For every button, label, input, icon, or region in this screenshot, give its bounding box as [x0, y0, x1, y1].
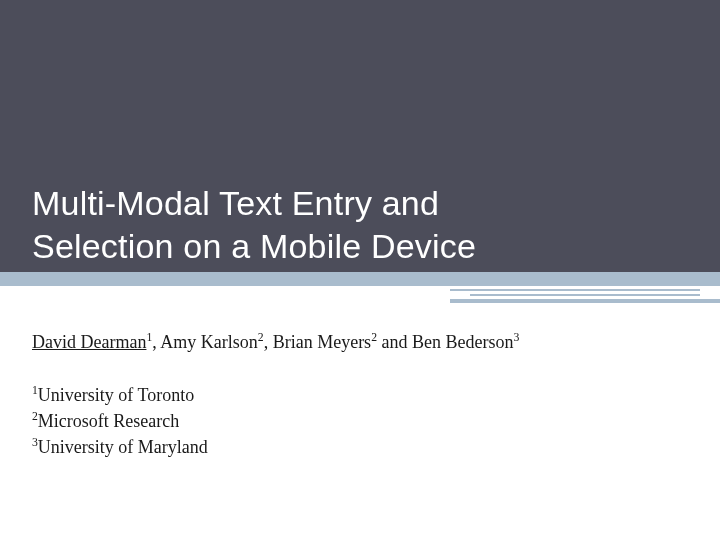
slide: Multi-Modal Text Entry and Selection on …: [0, 0, 720, 540]
author: Ben Bederson: [412, 332, 513, 352]
author-sup: 3: [513, 331, 519, 344]
accent-lines: [420, 286, 720, 306]
accent-line: [450, 289, 700, 291]
affiliation-row: 1University of Toronto: [32, 382, 688, 408]
affil-text: Microsoft Research: [38, 411, 179, 431]
title-line-1: Multi-Modal Text Entry and: [32, 182, 688, 225]
slide-title: Multi-Modal Text Entry and Selection on …: [32, 182, 688, 267]
body-text: David Dearman1, Amy Karlson2, Brian Meye…: [32, 330, 688, 461]
affil-text: University of Maryland: [38, 437, 208, 457]
sep: ,: [264, 332, 273, 352]
accent-line: [440, 280, 720, 286]
author-lead: David Dearman: [32, 332, 146, 352]
affiliation-row: 2Microsoft Research: [32, 408, 688, 434]
sep: and: [377, 332, 412, 352]
affil-text: University of Toronto: [38, 385, 194, 405]
accent-line: [470, 294, 700, 296]
affiliations: 1University of Toronto 2Microsoft Resear…: [32, 382, 688, 460]
affiliation-row: 3University of Maryland: [32, 434, 688, 460]
author: Brian Meyers: [273, 332, 371, 352]
author: Amy Karlson: [160, 332, 258, 352]
accent-line: [450, 299, 720, 303]
title-line-2: Selection on a Mobile Device: [32, 225, 688, 268]
authors-line: David Dearman1, Amy Karlson2, Brian Meye…: [32, 330, 688, 354]
